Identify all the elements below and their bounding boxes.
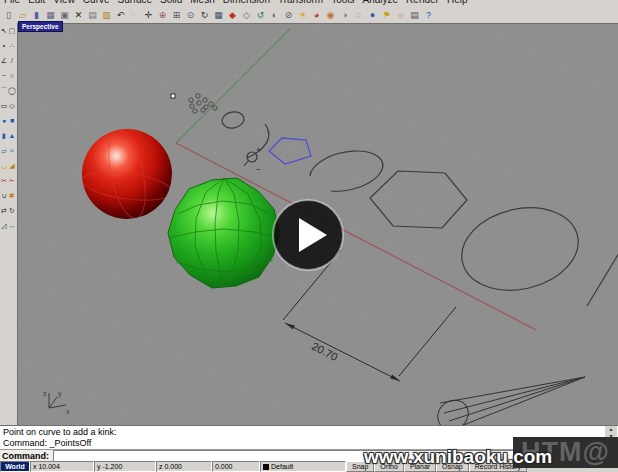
menu-item[interactable]: File xyxy=(0,0,24,5)
svg-text:−: − xyxy=(256,165,261,174)
layers-icon[interactable]: ▤ xyxy=(408,9,421,22)
gizmo-y-label: y xyxy=(58,390,62,398)
pan-icon[interactable]: ☜ xyxy=(128,9,141,22)
select-rect-icon[interactable]: ▢ xyxy=(8,23,16,38)
menu-item[interactable]: Render xyxy=(402,0,443,5)
layer-color-swatch xyxy=(263,464,269,470)
zoom-dynamic-icon[interactable]: ⊕ xyxy=(156,9,169,22)
menu-item[interactable]: Surface xyxy=(114,0,156,5)
arc-icon[interactable]: ⌒ xyxy=(0,83,8,98)
options-icon[interactable]: ☼ xyxy=(394,9,407,22)
side-toolbar: ↖▢•∴∠/~○⌒◯▭◇●■▮▲▱≈◡◢✂✁∪✱⇄↻◿↔ xyxy=(0,23,17,235)
trim-icon[interactable]: ✂ xyxy=(0,173,8,188)
cylinder-icon[interactable]: ▮ xyxy=(0,128,8,143)
menu-bar: FileEditViewCurveSurfaceSolidMeshDimensi… xyxy=(0,0,618,8)
polygon-icon[interactable]: ◇ xyxy=(8,98,16,113)
fillet-icon[interactable]: ◡ xyxy=(0,158,8,173)
menu-item[interactable]: Transform xyxy=(274,0,327,5)
status-x-coordinate: x 10.004 xyxy=(30,461,94,472)
display-rendered-icon[interactable]: ● xyxy=(366,9,379,22)
video-play-button[interactable] xyxy=(273,200,343,270)
ellipse-icon[interactable]: ◯ xyxy=(8,83,16,98)
named-views-icon[interactable]: ◆ xyxy=(226,9,239,22)
watermark-text: www.xunibaoku.com xyxy=(364,446,618,468)
status-z-coordinate: z 0.000 xyxy=(156,461,212,472)
split-icon[interactable]: ✁ xyxy=(8,173,16,188)
help-icon[interactable]: ? xyxy=(422,9,435,22)
sphere-icon[interactable]: ● xyxy=(0,113,8,128)
perspective-viewport[interactable]: + − 20.70 xyxy=(17,23,618,425)
menu-item[interactable]: Solid xyxy=(156,0,186,5)
explode-icon[interactable]: ✱ xyxy=(8,188,16,203)
menu-item[interactable]: Analyze xyxy=(359,0,403,5)
gizmo-x-label: x xyxy=(66,408,70,415)
zoom-extents-icon[interactable]: ▦ xyxy=(212,9,225,22)
rhino-window: { "menu_bar": { "items": ["File","Edit",… xyxy=(0,0,618,472)
delete-icon[interactable]: ✕ xyxy=(72,9,85,22)
svg-text:+: + xyxy=(256,145,261,154)
menu-item[interactable]: View xyxy=(49,0,79,5)
join-icon[interactable]: ∪ xyxy=(0,188,8,203)
menu-item[interactable]: Edit xyxy=(24,0,49,5)
move-tool-icon[interactable]: ⇄ xyxy=(0,203,8,218)
viewport-title[interactable]: Perspective xyxy=(18,21,63,32)
cplane-toggle[interactable]: World xyxy=(0,461,30,472)
point-icon[interactable]: • xyxy=(0,38,8,53)
rectangle-icon[interactable]: ▭ xyxy=(0,98,8,113)
surface-icon[interactable]: ▱ xyxy=(0,143,8,158)
dimension-tool-icon[interactable]: ↔ xyxy=(8,218,16,233)
circle-icon[interactable]: ○ xyxy=(8,68,16,83)
menu-item[interactable]: Help xyxy=(443,0,472,5)
paste-icon[interactable]: ▥ xyxy=(100,9,113,22)
main-toolbar: ▯▱▮▦▣✕▤▥↶☜✛⊕⊞⊙↻▦◆◇↺◐⊘☀◕◉◑◌●⚑☼▤? xyxy=(0,8,618,23)
move-view-icon[interactable]: ✛ xyxy=(142,9,155,22)
curve-icon[interactable]: ~ xyxy=(0,68,8,83)
menu-item[interactable]: Dimension xyxy=(219,0,274,5)
menu-items: FileEditViewCurveSurfaceSolidMeshDimensi… xyxy=(0,0,618,5)
light-icon[interactable]: ☀ xyxy=(296,9,309,22)
layer-indicator[interactable]: Default xyxy=(260,461,346,472)
box-icon[interactable]: ■ xyxy=(8,113,16,128)
flag-icon[interactable]: ⚑ xyxy=(380,9,393,22)
hide-icon[interactable]: ◐ xyxy=(268,9,281,22)
new-icon[interactable]: ▯ xyxy=(2,9,15,22)
status-y-coordinate: y -1.200 xyxy=(94,461,156,472)
cone-icon[interactable]: ▲ xyxy=(8,128,16,143)
gizmo-z-label: z xyxy=(43,390,47,397)
rotate-tool-icon[interactable]: ↻ xyxy=(8,203,16,218)
scroll-up-icon[interactable]: ▴ xyxy=(605,426,617,433)
set-view-icon[interactable]: ◇ xyxy=(240,9,253,22)
status-units: 0.000 xyxy=(212,461,260,472)
zoom-selected-icon[interactable]: ⊙ xyxy=(184,9,197,22)
menu-item[interactable]: Tools xyxy=(327,0,358,5)
polyline-icon[interactable]: ∠ xyxy=(0,53,8,68)
display-shaded-icon[interactable]: ◕ xyxy=(310,9,323,22)
line-icon[interactable]: / xyxy=(8,53,16,68)
select-pointer-icon[interactable]: ↖ xyxy=(0,23,8,38)
lock-icon[interactable]: ⊘ xyxy=(282,9,295,22)
scale-tool-icon[interactable]: ◿ xyxy=(0,218,8,233)
zoom-window-icon[interactable]: ⊞ xyxy=(170,9,183,22)
undo-icon[interactable]: ↶ xyxy=(114,9,127,22)
layer-name: Default xyxy=(271,463,293,470)
color-wheel-icon[interactable]: ◉ xyxy=(324,9,337,22)
point-cloud-icon[interactable]: ∴ xyxy=(8,38,16,53)
command-prompt-label: Command: xyxy=(0,451,53,461)
rotate-view-icon[interactable]: ↻ xyxy=(198,9,211,22)
display-wireframe-icon[interactable]: ◌ xyxy=(352,9,365,22)
copy-icon[interactable]: ▤ xyxy=(86,9,99,22)
rotate-cplane-icon[interactable]: ↺ xyxy=(254,9,267,22)
menu-item[interactable]: Curve xyxy=(79,0,114,5)
chamfer-icon[interactable]: ◢ xyxy=(8,158,16,173)
display-ghosted-icon[interactable]: ◑ xyxy=(338,9,351,22)
loft-icon[interactable]: ≈ xyxy=(8,143,16,158)
menu-item[interactable]: Mesh xyxy=(186,0,218,5)
